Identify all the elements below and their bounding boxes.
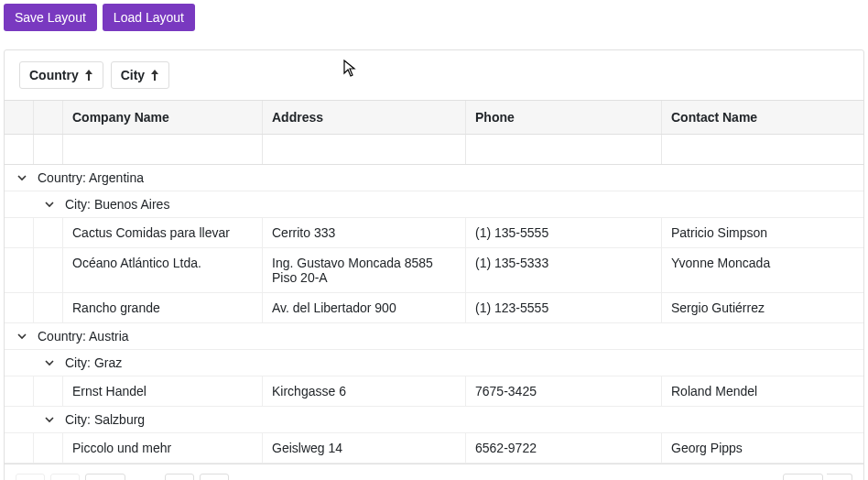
cell-contact: Sergio Gutiérrez xyxy=(662,293,863,322)
save-layout-button[interactable]: Save Layout xyxy=(4,4,97,31)
cell-company: Cactus Comidas para llevar xyxy=(63,218,263,247)
chevron-down-icon[interactable] xyxy=(43,356,56,369)
cell-address: Kirchgasse 6 xyxy=(263,376,466,406)
group-row-country[interactable]: Country: Austria xyxy=(5,323,863,350)
cursor-icon xyxy=(343,60,360,80)
cell-address: Av. del Libertador 900 xyxy=(263,293,466,322)
cell-contact: Yvonne Moncada xyxy=(662,248,863,292)
data-grid: Country City Company Name Address Phone … xyxy=(4,49,864,480)
cell-company: Rancho grande xyxy=(63,293,263,322)
table-row[interactable]: Rancho grandeAv. del Libertador 900(1) 1… xyxy=(5,293,863,323)
header-indent xyxy=(5,101,34,134)
group-row-country[interactable]: Country: Argentina xyxy=(5,165,863,191)
group-panel[interactable]: Country City xyxy=(5,50,863,101)
page-number-input[interactable] xyxy=(85,474,125,480)
indent-cell xyxy=(5,218,34,247)
group-label: City: Salzburg xyxy=(65,412,145,427)
indent-cell xyxy=(5,433,34,463)
cell-phone: 6562-9722 xyxy=(466,433,662,463)
cell-phone: (1) 123-5555 xyxy=(466,293,662,322)
group-chip-city[interactable]: City xyxy=(111,61,169,89)
cell-address: Cerrito 333 xyxy=(263,218,466,247)
group-label: Country: Argentina xyxy=(38,170,144,185)
filter-contact[interactable] xyxy=(662,135,863,164)
filter-indent xyxy=(5,135,34,164)
group-label: City: Graz xyxy=(65,355,122,370)
cell-phone: (1) 135-5333 xyxy=(466,248,662,292)
group-row-city[interactable]: City: Salzburg xyxy=(5,407,863,433)
table-row[interactable]: Ernst HandelKirchgasse 67675-3425Roland … xyxy=(5,376,863,407)
header-contact[interactable]: Contact Name xyxy=(662,101,863,134)
pager: of 19 Page Size: xyxy=(5,464,863,480)
chevron-down-icon[interactable] xyxy=(43,198,56,211)
indent-cell xyxy=(34,293,63,322)
indent-cell xyxy=(5,293,34,322)
header-address[interactable]: Address xyxy=(263,101,466,134)
indent-cell xyxy=(34,376,63,406)
toolbar: Save Layout Load Layout xyxy=(4,4,864,31)
indent-cell xyxy=(5,248,34,292)
sort-asc-icon xyxy=(84,70,93,81)
group-chip-country[interactable]: Country xyxy=(19,61,103,89)
indent-cell xyxy=(34,433,63,463)
first-page-button[interactable] xyxy=(16,474,45,480)
group-label: Country: Austria xyxy=(38,329,129,344)
indent-cell xyxy=(34,218,63,247)
column-headers: Company Name Address Phone Contact Name xyxy=(5,101,863,135)
group-label: City: Buenos Aires xyxy=(65,197,169,212)
header-company[interactable]: Company Name xyxy=(63,101,263,134)
chevron-down-icon[interactable] xyxy=(16,171,28,184)
group-row-city[interactable]: City: Buenos Aires xyxy=(5,191,863,218)
cell-company: Océano Atlántico Ltda. xyxy=(63,248,263,292)
load-layout-button[interactable]: Load Layout xyxy=(103,4,195,31)
filter-company[interactable] xyxy=(63,135,263,164)
table-row[interactable]: Océano Atlántico Ltda.Ing. Gustavo Monca… xyxy=(5,248,863,293)
page-size-dropdown[interactable] xyxy=(827,474,852,480)
cell-address: Ing. Gustavo Moncada 8585 Piso 20-A xyxy=(263,248,466,292)
last-page-button[interactable] xyxy=(200,474,229,480)
table-row[interactable]: Piccolo und mehrGeislweg 146562-9722Geor… xyxy=(5,433,863,464)
indent-cell xyxy=(34,248,63,292)
chevron-down-icon[interactable] xyxy=(43,413,56,426)
chip-label: City xyxy=(121,68,145,82)
cell-company: Piccolo und mehr xyxy=(63,433,263,463)
filter-address[interactable] xyxy=(263,135,466,164)
chip-label: Country xyxy=(29,68,79,82)
cell-phone: 7675-3425 xyxy=(466,376,662,406)
grid-body: Country: ArgentinaCity: Buenos AiresCact… xyxy=(5,165,863,464)
next-page-button[interactable] xyxy=(165,474,194,480)
indent-cell xyxy=(5,376,34,406)
cell-company: Ernst Handel xyxy=(63,376,263,406)
filter-phone[interactable] xyxy=(466,135,662,164)
page-size-input[interactable] xyxy=(783,474,823,480)
filter-row xyxy=(5,135,863,165)
sort-asc-icon xyxy=(150,70,159,81)
prev-page-button[interactable] xyxy=(50,474,80,480)
cell-contact: Patricio Simpson xyxy=(662,218,863,247)
filter-indent xyxy=(34,135,63,164)
header-phone[interactable]: Phone xyxy=(466,101,662,134)
chevron-down-icon[interactable] xyxy=(16,330,28,343)
cell-address: Geislweg 14 xyxy=(263,433,466,463)
table-row[interactable]: Cactus Comidas para llevarCerrito 333(1)… xyxy=(5,218,863,248)
cell-contact: Georg Pipps xyxy=(662,433,863,463)
cell-contact: Roland Mendel xyxy=(662,376,863,406)
header-indent xyxy=(34,101,63,134)
cell-phone: (1) 135-5555 xyxy=(466,218,662,247)
group-row-city[interactable]: City: Graz xyxy=(5,350,863,376)
